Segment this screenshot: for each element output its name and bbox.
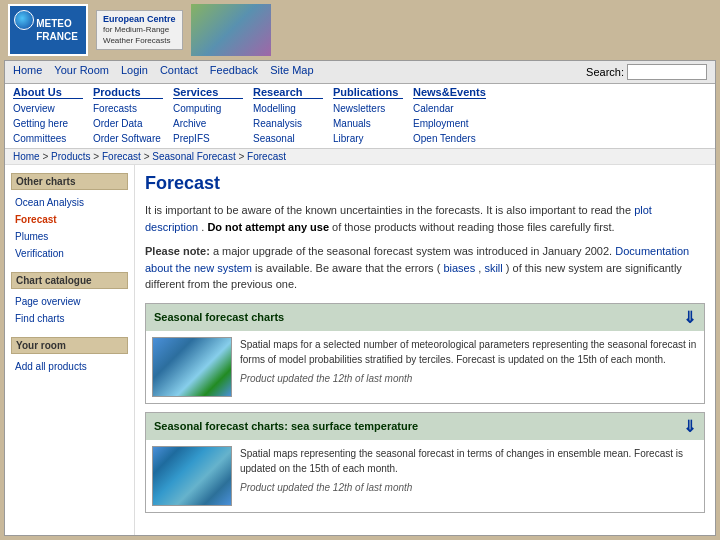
logos-bar: METEO FRANCE European Centre for Medium-… <box>0 0 720 60</box>
nav-calendar[interactable]: Calendar <box>413 101 486 116</box>
chart-section-2: Seasonal forecast charts: sea surface te… <box>145 412 705 513</box>
second-nav: About Us Overview Getting here Committee… <box>5 84 715 149</box>
page-frame: METEO FRANCE European Centre for Medium-… <box>0 0 720 540</box>
nav-committees[interactable]: Committees <box>13 131 83 146</box>
sidebar-find-charts[interactable]: Find charts <box>11 310 128 327</box>
nav-col-services: Services Computing Archive PrepIFS <box>173 86 253 146</box>
intro-text2: of those products without reading those … <box>332 221 614 233</box>
nav-library[interactable]: Library <box>333 131 403 146</box>
chart-section-2-title: Seasonal forecast charts: sea surface te… <box>154 420 418 432</box>
nav-forecasts[interactable]: Forecasts <box>93 101 163 116</box>
search-label: Search: <box>586 66 624 78</box>
nav-site-map[interactable]: Site Map <box>270 64 313 80</box>
sidebar-forecast[interactable]: Forecast <box>11 211 128 228</box>
breadcrumb-home[interactable]: Home <box>13 151 40 162</box>
nav-col-publications: Publications Newsletters Manuals Library <box>333 86 413 146</box>
globe-icon <box>14 10 34 30</box>
nav-header-publications: Publications <box>333 86 403 99</box>
ecmwf-line2: Weather Forecasts <box>103 36 176 46</box>
chart-section-2-header: Seasonal forecast charts: sea surface te… <box>146 413 704 440</box>
note-biases-link[interactable]: biases <box>443 262 475 274</box>
nav-your-room[interactable]: Your Room <box>54 64 109 80</box>
header-image <box>191 4 271 56</box>
note-skill-link[interactable]: skill <box>484 262 502 274</box>
nav-header-products: Products <box>93 86 163 99</box>
search-box: Search: <box>586 64 707 80</box>
meteo-line1: METEO <box>36 17 78 30</box>
nav-archive[interactable]: Archive <box>173 116 243 131</box>
sidebar-verification[interactable]: Verification <box>11 245 128 262</box>
download-icon-2[interactable]: ⇓ <box>683 417 696 436</box>
main-content: Forecast It is important to be aware of … <box>135 165 715 535</box>
chart-desc-2: Spatial maps representing the seasonal f… <box>240 446 698 506</box>
nav-employment[interactable]: Employment <box>413 116 486 131</box>
nav-col-about: About Us Overview Getting here Committee… <box>13 86 93 146</box>
download-icon-1[interactable]: ⇓ <box>683 308 696 327</box>
nav-overview[interactable]: Overview <box>13 101 83 116</box>
nav-col-news: News&Events Calendar Employment Open Ten… <box>413 86 496 146</box>
chart-desc-1-text: Spatial maps for a selected number of me… <box>240 339 696 365</box>
note-text2: is available. Be aware that the errors ( <box>255 262 440 274</box>
chart-section-1-body: Spatial maps for a selected number of me… <box>146 331 704 403</box>
nav-prepifs[interactable]: PrepIFS <box>173 131 243 146</box>
nav-computing[interactable]: Computing <box>173 101 243 116</box>
nav-getting-here[interactable]: Getting here <box>13 116 83 131</box>
ecmwf-line1: for Medium-Range <box>103 25 176 35</box>
breadcrumb: Home > Products > Forecast > Seasonal Fo… <box>5 149 715 165</box>
nav-col-research: Research Modelling Reanalysis Seasonal <box>253 86 333 146</box>
top-nav: Home Your Room Login Contact Feedback Si… <box>5 61 715 84</box>
nav-header-services: Services <box>173 86 243 99</box>
note-text1: a major upgrade of the seasonal forecast… <box>213 245 612 257</box>
search-input[interactable] <box>627 64 707 80</box>
chart-thumb-2[interactable] <box>152 446 232 506</box>
your-room-title: Your room <box>11 337 128 354</box>
intro-bold-warning: Do not attempt any use <box>207 221 329 233</box>
chart-desc-2-text: Spatial maps representing the seasonal f… <box>240 448 683 474</box>
chart-section-1-title: Seasonal forecast charts <box>154 311 284 323</box>
nav-header-news: News&Events <box>413 86 486 99</box>
breadcrumb-seasonal[interactable]: Seasonal Forecast <box>152 151 235 162</box>
sidebar-add-all-products[interactable]: Add all products <box>11 358 128 375</box>
nav-header-research: Research <box>253 86 323 99</box>
chart-thumb-1[interactable] <box>152 337 232 397</box>
nav-contact[interactable]: Contact <box>160 64 198 80</box>
nav-order-data[interactable]: Order Data <box>93 116 163 131</box>
nav-feedback[interactable]: Feedback <box>210 64 258 80</box>
note-label: Please note: <box>145 245 210 257</box>
ecmwf-logo: European Centre for Medium-Range Weather… <box>96 10 183 50</box>
nav-manuals[interactable]: Manuals <box>333 116 403 131</box>
intro-text1: It is important to be aware of the known… <box>145 204 631 216</box>
note-text3: , <box>478 262 481 274</box>
nav-modelling[interactable]: Modelling <box>253 101 323 116</box>
chart-catalogue-title: Chart catalogue <box>11 272 128 289</box>
chart-section-1-header: Seasonal forecast charts ⇓ <box>146 304 704 331</box>
sidebar-page-overview[interactable]: Page overview <box>11 293 128 310</box>
ecmwf-title: European Centre <box>103 14 176 26</box>
content-area: Other charts Ocean Analysis Forecast Plu… <box>5 165 715 535</box>
chart-updated-2: Product updated the 12th of last month <box>240 480 698 495</box>
meteo-france-logo: METEO FRANCE <box>8 4 88 56</box>
nav-reanalysis[interactable]: Reanalysis <box>253 116 323 131</box>
chart-updated-1: Product updated the 12th of last month <box>240 371 698 386</box>
chart-section-2-body: Spatial maps representing the seasonal f… <box>146 440 704 512</box>
chart-desc-1: Spatial maps for a selected number of me… <box>240 337 698 397</box>
intro-text: It is important to be aware of the known… <box>145 202 705 235</box>
nav-open-tenders[interactable]: Open Tenders <box>413 131 486 146</box>
nav-col-products: Products Forecasts Order Data Order Soft… <box>93 86 173 146</box>
other-charts-title: Other charts <box>11 173 128 190</box>
sidebar: Other charts Ocean Analysis Forecast Plu… <box>5 165 135 535</box>
nav-order-software[interactable]: Order Software <box>93 131 163 146</box>
nav-seasonal[interactable]: Seasonal <box>253 131 323 146</box>
nav-newsletters[interactable]: Newsletters <box>333 101 403 116</box>
sidebar-ocean-analysis[interactable]: Ocean Analysis <box>11 194 128 211</box>
breadcrumb-forecast[interactable]: Forecast <box>102 151 141 162</box>
breadcrumb-current[interactable]: Forecast <box>247 151 286 162</box>
main-area: Home Your Room Login Contact Feedback Si… <box>4 60 716 536</box>
nav-home[interactable]: Home <box>13 64 42 80</box>
nav-header-about: About Us <box>13 86 83 99</box>
sidebar-plumes[interactable]: Plumes <box>11 228 128 245</box>
page-title: Forecast <box>145 173 705 194</box>
nav-login[interactable]: Login <box>121 64 148 80</box>
breadcrumb-products[interactable]: Products <box>51 151 90 162</box>
meteo-line2: FRANCE <box>36 30 78 43</box>
